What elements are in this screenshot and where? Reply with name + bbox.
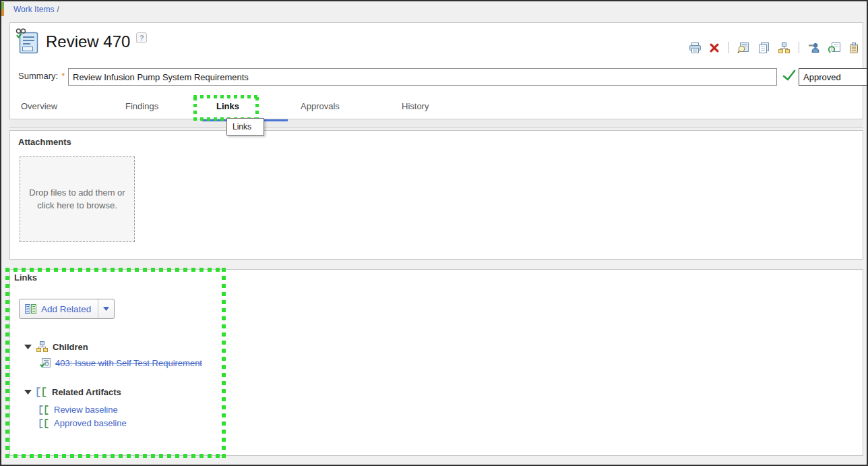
- workitem-resolved-icon: [40, 358, 51, 368]
- required-marker: *: [61, 71, 65, 81]
- help-icon[interactable]: ?: [136, 32, 147, 43]
- summary-label-text: Summary:: [18, 71, 58, 81]
- print-button[interactable]: [689, 42, 701, 53]
- links-title: Links: [14, 272, 37, 283]
- related-artifacts-group-icon: [36, 387, 47, 397]
- toolbar-separator: [728, 42, 728, 53]
- collapse-twisty-icon[interactable]: [24, 390, 32, 395]
- summary-label: Summary:*: [18, 71, 65, 81]
- preview-icon: [737, 42, 749, 53]
- tab-history[interactable]: History: [402, 101, 429, 111]
- attachments-title: Attachments: [18, 137, 71, 147]
- toolbar-separator: [799, 42, 799, 53]
- tab-findings[interactable]: Findings: [125, 101, 158, 111]
- delete-icon: [710, 43, 719, 53]
- artifact-icon: [39, 419, 49, 428]
- dropzone-text: Drop files to add them or click here to …: [26, 187, 129, 212]
- hierarchy-view-button[interactable]: [778, 42, 790, 53]
- add-related-button: Add Related: [19, 299, 115, 319]
- page-title: Review 470: [46, 32, 130, 51]
- caret-down-icon: [103, 307, 109, 311]
- group-label-related-artifacts: Related Artifacts: [52, 387, 121, 397]
- preview-button[interactable]: [737, 42, 749, 53]
- links-group-related-artifacts: Related Artifacts: [24, 387, 121, 397]
- add-related-main[interactable]: Add Related: [20, 299, 98, 318]
- header-panel: Review 470 ?: [9, 22, 863, 119]
- tab-approvals[interactable]: Approvals: [301, 101, 340, 111]
- tooltip-text: Links: [232, 122, 251, 132]
- link-item-approved-baseline: Approved baseline: [39, 418, 127, 428]
- tab-strip: [9, 119, 863, 128]
- children-group-icon: [36, 341, 48, 352]
- subscribe-button[interactable]: [808, 42, 819, 53]
- tab-links[interactable]: Links: [216, 101, 239, 111]
- breadcrumb: Work Items/: [13, 5, 59, 14]
- review-workitem-icon: [16, 28, 40, 55]
- work-item-editor: Work Items/ Review 470 ?: [0, 0, 868, 466]
- add-related-dropdown[interactable]: [98, 299, 114, 318]
- add-related-label: Add Related: [41, 304, 91, 314]
- artifact-icon: [39, 405, 49, 415]
- link-review-baseline[interactable]: Review baseline: [54, 405, 118, 415]
- breadcrumb-separator: /: [57, 5, 59, 14]
- links-group-children: Children: [24, 341, 88, 352]
- sidebar-strip-green: [1, 2, 4, 9]
- link-approved-baseline[interactable]: Approved baseline: [54, 418, 127, 428]
- sidebar-strip-orange: [1, 9, 4, 16]
- status-select[interactable]: Approved: [799, 68, 868, 86]
- copy-button[interactable]: [758, 42, 770, 53]
- clipboard-icon: [849, 42, 859, 53]
- breadcrumb-work-items-link[interactable]: Work Items: [13, 5, 54, 14]
- add-related-icon: [25, 304, 36, 314]
- attachments-panel: Attachments Drop files to add them or cl…: [9, 130, 863, 260]
- subscribe-icon: [808, 42, 819, 53]
- links-tab-tooltip: Links: [226, 118, 264, 136]
- link-item-403: 403: Issue with Self Test Requirement: [40, 358, 202, 368]
- restore-icon: [828, 42, 840, 53]
- copy-icon: [758, 42, 770, 53]
- clipboard-button[interactable]: [849, 42, 859, 53]
- delete-button[interactable]: [710, 43, 719, 53]
- hierarchy-icon: [778, 42, 790, 53]
- collapse-twisty-icon[interactable]: [24, 345, 32, 349]
- approved-check-icon: [782, 69, 796, 82]
- link-403-issue[interactable]: 403: Issue with Self Test Requirement: [55, 358, 202, 368]
- group-label-children: Children: [53, 342, 88, 352]
- print-icon: [689, 42, 701, 53]
- link-item-review-baseline: Review baseline: [39, 405, 118, 415]
- restore-button[interactable]: [828, 42, 840, 53]
- header-row: Review 470 ?: [16, 28, 147, 55]
- toolbar: [689, 42, 859, 53]
- tab-overview[interactable]: Overview: [21, 101, 57, 111]
- attachments-dropzone[interactable]: Drop files to add them or click here to …: [20, 156, 135, 242]
- links-panel: Links Add Related: [9, 269, 863, 456]
- summary-input[interactable]: [68, 68, 777, 86]
